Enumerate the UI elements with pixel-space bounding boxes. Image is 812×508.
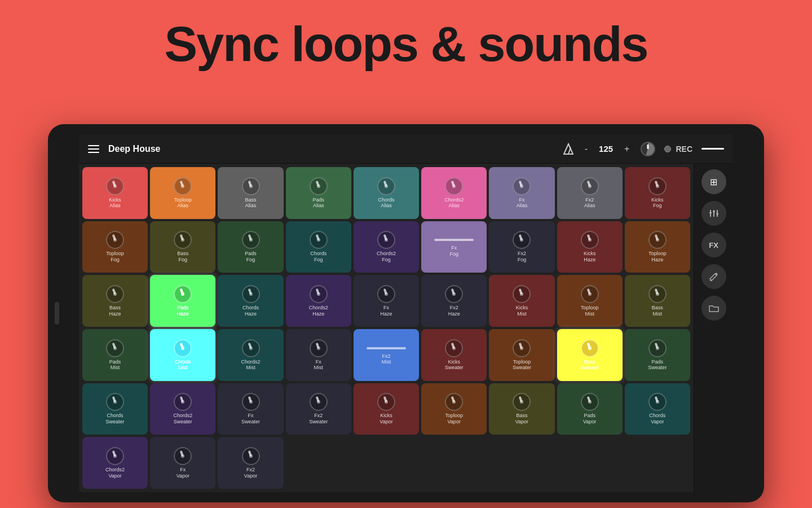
- header-collapse-handle[interactable]: [701, 148, 724, 150]
- grid-cell[interactable]: ChordsFog: [286, 221, 351, 273]
- cell-knob: [377, 231, 395, 249]
- grid-cell[interactable]: ChordsVapor: [625, 383, 690, 435]
- grid-cell[interactable]: Chords2Vapor: [82, 437, 148, 489]
- grid-cell[interactable]: Chords2Haze: [286, 275, 351, 327]
- cell-label: FxFog: [449, 245, 458, 257]
- grid-cell[interactable]: ChordsMist: [150, 329, 215, 381]
- rec-section[interactable]: REC: [664, 144, 692, 154]
- cell-label: Fx2Alias: [584, 197, 595, 209]
- grid-cell[interactable]: KicksSweater: [421, 329, 487, 381]
- menu-icon[interactable]: [88, 145, 99, 153]
- grid-area: KicksAliasToploopAliasBassAliasPadsAlias…: [79, 164, 733, 492]
- cell-knob: [581, 285, 599, 303]
- cell-knob: [310, 339, 328, 357]
- cell-label: KicksHaze: [584, 251, 596, 263]
- grid-cell[interactable]: PadsSweater: [625, 329, 690, 381]
- cell-label: FxAlias: [517, 197, 528, 209]
- grid-cell[interactable]: Chords2Alias: [421, 167, 487, 219]
- grid-cell[interactable]: BassMist: [625, 275, 690, 327]
- bpm-value: 125: [599, 144, 613, 154]
- grid-cell[interactable]: BassHaze: [82, 275, 148, 327]
- grid-cell[interactable]: BassSweater: [557, 329, 623, 381]
- grid-cell[interactable]: PadsAlias: [286, 167, 351, 219]
- cell-label: KicksFog: [651, 197, 664, 209]
- grid-cell[interactable]: KicksFog: [625, 167, 690, 219]
- metronome-icon: [563, 143, 573, 155]
- cell-label: ChordsSweater: [106, 413, 125, 425]
- cell-label: PadsSweater: [648, 359, 667, 371]
- grid-cell[interactable]: BassAlias: [218, 167, 283, 219]
- cell-knob: [377, 285, 395, 303]
- grid-cell[interactable]: Chords2Sweater: [150, 383, 215, 435]
- grid-cell[interactable]: FxMist: [286, 329, 351, 381]
- grid-cell[interactable]: FxSweater: [218, 383, 283, 435]
- cell-knob: [648, 231, 667, 249]
- grid-cell[interactable]: FxVapor: [150, 437, 215, 489]
- grid-cell[interactable]: ChordsAlias: [354, 167, 419, 219]
- grid-cell[interactable]: KicksAlias: [82, 167, 148, 219]
- cell-label: BassMist: [652, 305, 663, 317]
- cell-label: PadsHaze: [177, 305, 189, 317]
- grid-cell[interactable]: KicksMist: [489, 275, 554, 327]
- cell-label: FxSweater: [241, 413, 260, 425]
- svg-line-1: [568, 147, 571, 154]
- grid-cell[interactable]: Fx2Sweater: [286, 383, 351, 435]
- cell-label: KicksVapor: [379, 413, 392, 425]
- cell-knob: [513, 393, 531, 411]
- cell-label: FxMist: [314, 359, 324, 371]
- fx-button[interactable]: FX: [701, 233, 726, 257]
- grid-cell[interactable]: ToploopHaze: [625, 221, 690, 273]
- cell-label: Fx2Mist: [382, 353, 391, 366]
- grid-cell[interactable]: Chords2Fog: [354, 221, 419, 273]
- cell-knob: [513, 231, 531, 249]
- grid-cell[interactable]: FxAlias: [489, 167, 554, 219]
- grid-cell[interactable]: BassFog: [150, 221, 215, 273]
- grid-cell[interactable]: ToploopAlias: [150, 167, 215, 219]
- grid-cell[interactable]: Fx2Mist: [354, 329, 419, 381]
- grid-cell[interactable]: PadsFog: [218, 221, 283, 273]
- grid-view-button[interactable]: ⊞: [701, 169, 726, 194]
- cell-label: Chords2Mist: [241, 359, 261, 371]
- grid-cell[interactable]: PadsMist: [82, 329, 148, 381]
- grid-cell[interactable]: Fx2Fog: [489, 221, 554, 273]
- cell-label: ChordsVapor: [649, 413, 665, 425]
- grid-main: KicksAliasToploopAliasBassAliasPadsAlias…: [79, 164, 694, 492]
- cell-knob: [581, 177, 599, 195]
- grid-cell[interactable]: PadsHaze: [150, 275, 215, 327]
- grid-cell[interactable]: ToploopVapor: [421, 383, 487, 435]
- folder-icon: [708, 303, 720, 314]
- grid-cell[interactable]: ChordsSweater: [82, 383, 148, 435]
- grid-cell[interactable]: ChordsHaze: [218, 275, 283, 327]
- mixer-button[interactable]: [701, 201, 726, 226]
- cell-knob: [581, 231, 599, 249]
- grid-cell[interactable]: FxFog: [421, 221, 487, 273]
- grid-cell[interactable]: KicksVapor: [354, 383, 419, 435]
- fx-icon: FX: [709, 241, 718, 249]
- grid-cell[interactable]: Fx2Alias: [557, 167, 623, 219]
- grid-cell[interactable]: FxHaze: [354, 275, 419, 327]
- grid-cell[interactable]: PadsVapor: [557, 383, 623, 435]
- grid-cell[interactable]: ToploopSweater: [489, 329, 554, 381]
- grid-cell[interactable]: ToploopFog: [82, 221, 148, 273]
- cell-label: PadsMist: [109, 359, 121, 371]
- cell-knob: [242, 339, 260, 357]
- grid-cell[interactable]: ToploopMist: [557, 275, 623, 327]
- grid-cell[interactable]: BassVapor: [489, 383, 554, 435]
- bpm-minus-button[interactable]: -: [582, 143, 590, 155]
- cell-knob: [174, 339, 192, 357]
- cell-label: ChordsAlias: [378, 197, 394, 209]
- grid-cell[interactable]: Fx2Haze: [421, 275, 487, 327]
- tempo-dial[interactable]: [641, 142, 655, 156]
- app-title: Deep House: [108, 144, 554, 154]
- grid-cell[interactable]: Fx2Vapor: [218, 437, 283, 489]
- edit-button[interactable]: [701, 264, 726, 289]
- cell-label: Fx2Haze: [448, 305, 460, 317]
- cell-knob: [242, 177, 260, 195]
- bpm-plus-button[interactable]: +: [622, 143, 632, 155]
- cell-label: BassSweater: [580, 359, 599, 371]
- cell-knob: [310, 393, 328, 411]
- tablet-side-button[interactable]: [55, 302, 59, 325]
- folder-button[interactable]: [701, 296, 726, 321]
- grid-cell[interactable]: KicksHaze: [557, 221, 623, 273]
- grid-cell[interactable]: Chords2Mist: [218, 329, 283, 381]
